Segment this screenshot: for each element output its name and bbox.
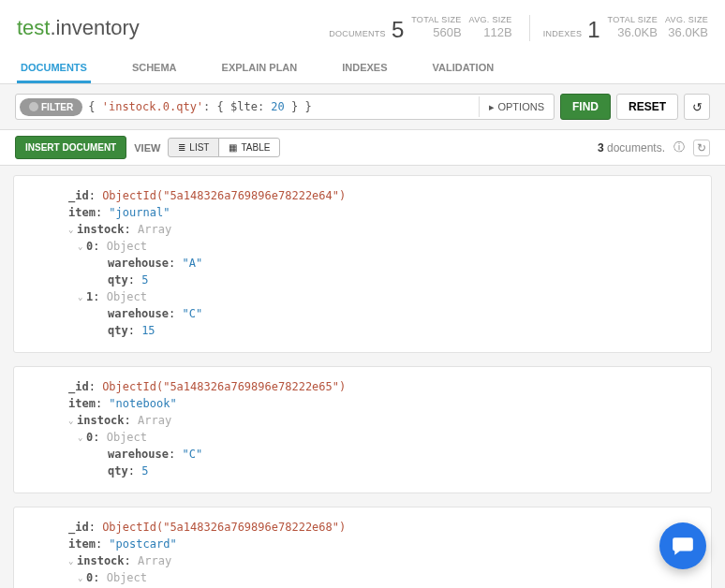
document-card[interactable]: _id: ObjectId("5a148326a769896e78222e68"… bbox=[13, 507, 712, 588]
filter-query-text[interactable]: { 'instock.0.qty': { $lte: 20 } } bbox=[88, 100, 479, 113]
stat-idx-avg-label: AVG. SIZE bbox=[665, 15, 708, 24]
db-name: test bbox=[17, 16, 50, 39]
result-count: 3 bbox=[598, 141, 604, 154]
view-list-button[interactable]: ≣ LIST bbox=[168, 138, 219, 157]
chat-icon bbox=[671, 534, 695, 558]
stat-indexes-count: 1 bbox=[587, 19, 599, 41]
tab-schema[interactable]: SCHEMA bbox=[128, 54, 181, 83]
stat-doc-total-label: TOTAL SIZE bbox=[411, 15, 461, 24]
stat-indexes-label: INDEXES bbox=[543, 29, 583, 38]
query-bar: FILTER { 'instock.0.qty': { $lte: 20 } }… bbox=[0, 84, 725, 130]
stat-idx-avg: 36.0KB bbox=[665, 24, 708, 41]
reset-button[interactable]: RESET bbox=[616, 94, 678, 120]
stat-doc-avg-label: AVG. SIZE bbox=[469, 15, 512, 24]
list-icon: ≣ bbox=[178, 142, 185, 153]
view-toggle: ≣ LIST ▦ TABLE bbox=[168, 138, 280, 157]
table-icon: ▦ bbox=[229, 142, 237, 153]
stat-idx-total: 36.0KB bbox=[608, 24, 658, 41]
results-list: _id: ObjectId("5a148326a769896e78222e64"… bbox=[0, 166, 725, 588]
view-table-button[interactable]: ▦ TABLE bbox=[218, 138, 280, 157]
stat-documents-count: 5 bbox=[392, 19, 404, 41]
query-history-button[interactable]: ↺ bbox=[684, 94, 710, 120]
view-label: VIEW bbox=[134, 142, 160, 154]
options-button[interactable]: ▸ OPTIONS bbox=[479, 96, 550, 117]
tab-explain-plan[interactable]: EXPLAIN PLAN bbox=[218, 54, 302, 83]
collection-stats: DOCUMENTS 5 TOTAL SIZE 560B AVG. SIZE 11… bbox=[329, 15, 708, 41]
documents-toolbar: INSERT DOCUMENT VIEW ≣ LIST ▦ TABLE 3 do… bbox=[0, 130, 725, 166]
tabs: DOCUMENTS SCHEMA EXPLAIN PLAN INDEXES VA… bbox=[17, 54, 708, 83]
stat-doc-avg: 112B bbox=[469, 24, 512, 41]
stat-idx-total-label: TOTAL SIZE bbox=[608, 15, 658, 24]
document-card[interactable]: _id: ObjectId("5a148326a769896e78222e64"… bbox=[13, 175, 712, 353]
filter-label-pill: FILTER bbox=[20, 98, 82, 116]
history-icon: ↺ bbox=[692, 100, 703, 114]
tab-indexes[interactable]: INDEXES bbox=[338, 54, 391, 83]
find-button[interactable]: FIND bbox=[560, 94, 611, 120]
chat-button[interactable] bbox=[659, 522, 706, 569]
refresh-button[interactable]: ↻ bbox=[693, 140, 710, 156]
info-icon[interactable]: ⓘ bbox=[671, 140, 688, 156]
collection-header: test.inventory DOCUMENTS 5 TOTAL SIZE 56… bbox=[0, 0, 725, 84]
filter-input[interactable]: FILTER { 'instock.0.qty': { $lte: 20 } }… bbox=[15, 94, 555, 120]
tab-validation[interactable]: VALIDATION bbox=[429, 54, 498, 83]
stat-doc-total: 560B bbox=[411, 24, 461, 41]
namespace-title: test.inventory bbox=[17, 16, 140, 40]
result-count-suffix: documents. bbox=[607, 141, 665, 154]
tab-documents[interactable]: DOCUMENTS bbox=[17, 54, 91, 83]
collection-name: inventory bbox=[56, 16, 140, 39]
stat-documents-label: DOCUMENTS bbox=[329, 29, 386, 38]
insert-document-button[interactable]: INSERT DOCUMENT bbox=[15, 136, 126, 159]
document-card[interactable]: _id: ObjectId("5a148326a769896e78222e65"… bbox=[13, 366, 712, 493]
